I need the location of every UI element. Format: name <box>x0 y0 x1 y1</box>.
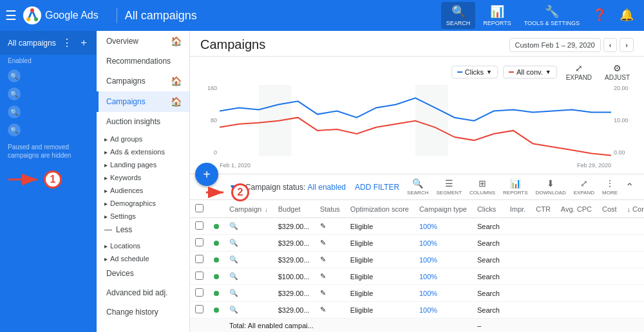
th-avg-cpc[interactable]: Avg. CPC <box>556 200 597 218</box>
help-nav-btn[interactable]: ❓ <box>587 5 612 26</box>
allconv-legend-btn[interactable]: All conv. ▼ <box>503 66 557 78</box>
nav-section-landing[interactable]: ▸ Landing pages <box>97 157 189 170</box>
filter-tool-segment[interactable]: ☰ SEGMENT <box>436 178 462 196</box>
nav-section-audiences[interactable]: ▸ Audiences <box>97 183 189 196</box>
edit-icon-5[interactable]: ✎ <box>320 289 326 297</box>
logo-text: Google Ads <box>45 10 99 21</box>
th-conv[interactable]: ↓ Conver. <box>622 200 644 218</box>
th-campaign-type[interactable]: Campaign type <box>414 200 472 218</box>
row-checkbox-2[interactable] <box>195 238 204 246</box>
sidebar-item-4[interactable]: 🔍 <box>0 121 97 139</box>
reports-nav-btn[interactable]: 📊 REPORTS <box>478 2 516 29</box>
nav-item-campaigns-active[interactable]: Campaigns 🏠 <box>97 91 189 112</box>
th-budget[interactable]: Budget <box>273 200 315 218</box>
total-row: Total: All enabled campai... – <box>190 318 644 333</box>
campaign-edit-icon-5[interactable]: 🔍 <box>229 289 238 297</box>
campaign-edit-icon-2[interactable]: 🔍 <box>229 239 238 246</box>
filter-tool-more[interactable]: ⋮ MORE <box>602 178 618 196</box>
row-checkbox-1[interactable] <box>195 221 204 230</box>
notifications-nav-icon: 🔔 <box>620 8 634 22</box>
sidebar-all-campaigns[interactable]: All campaigns ⋮ ＋ <box>0 31 97 55</box>
nav-section-locations[interactable]: ▸ Locations <box>97 238 189 251</box>
chart-controls: Clicks ▼ All conv. ▼ ⤢ EXPAND ⚙ ADJUST <box>200 62 634 82</box>
arrow-icon-demographics: ▸ <box>104 200 108 207</box>
sidebar-item-3[interactable]: 🔍 <box>0 103 97 121</box>
nav-item-overview[interactable]: Overview 🏠 <box>97 31 189 51</box>
tools-nav-btn[interactable]: 🔧 TOOLS & SETTINGS <box>519 2 585 29</box>
th-ctr[interactable]: CTR <box>531 200 556 218</box>
nav-section-demographics[interactable]: ▸ Demographics <box>97 196 189 208</box>
th-campaign[interactable]: Campaign ↓ <box>224 200 273 218</box>
adjust-chart-btn[interactable]: ⚙ ADJUST <box>601 62 634 82</box>
nav-section-settings[interactable]: ▸ Settings <box>97 208 189 221</box>
th-opt-score[interactable]: Optimization score <box>345 200 414 218</box>
nav-section-ad-groups[interactable]: ▸ Ad groups <box>97 131 189 144</box>
th-clicks[interactable]: Clicks <box>472 200 505 218</box>
chart-x-axis: Feb 1, 2020 Feb 29, 2020 <box>220 162 611 169</box>
sidebar-add-icon[interactable]: ＋ <box>79 36 89 50</box>
filter-tool-columns[interactable]: ⊞ COLUMNS <box>469 178 495 196</box>
logo: Google Ads <box>22 5 99 26</box>
filter-text: Campaign status: All enabled <box>245 183 347 192</box>
nav-item-campaigns-parent[interactable]: Campaigns 🏠 <box>97 71 189 91</box>
date-prev-btn[interactable]: ‹ <box>603 38 618 52</box>
row-checkbox-5[interactable] <box>195 288 204 297</box>
collapse-btn[interactable]: ⌃ <box>625 181 634 193</box>
expand-chart-icon: ⤢ <box>575 63 583 73</box>
select-all-checkbox[interactable] <box>195 204 204 212</box>
notifications-nav-btn[interactable]: 🔔 <box>614 5 639 26</box>
date-range-btn[interactable]: Custom Feb 1 – 29, 2020 <box>509 38 601 52</box>
filter-tool-download[interactable]: ⬇ DOWNLOAD <box>536 178 566 196</box>
filter-value[interactable]: All enabled <box>308 183 346 192</box>
edit-icon-4[interactable]: ✎ <box>320 272 326 280</box>
expand-chart-btn[interactable]: ⤢ EXPAND <box>562 62 596 82</box>
main-layout: All campaigns ⋮ ＋ Enabled 🔍 🔍 🔍 🔍 Paused… <box>0 31 644 332</box>
filter-tool-search[interactable]: 🔍 SEARCH <box>407 178 428 196</box>
campaign-edit-icon-3[interactable]: 🔍 <box>229 255 238 263</box>
nav-section-adschedule[interactable]: ▸ Ad schedule <box>97 251 189 264</box>
th-impr[interactable]: Impr. <box>505 200 531 218</box>
th-cost[interactable]: Cost <box>597 200 622 218</box>
top-nav: ☰ Google Ads All campaigns 🔍 SEARCH 📊 RE… <box>0 0 644 31</box>
arrow-icon-adschedule: ▸ <box>104 255 108 263</box>
search-nav-btn[interactable]: 🔍 SEARCH <box>441 2 476 29</box>
sidebar-item-1[interactable]: 🔍 <box>0 67 97 85</box>
edit-icon-1[interactable]: ✎ <box>320 222 326 230</box>
campaign-edit-icon-4[interactable]: 🔍 <box>229 272 238 280</box>
edit-icon-3[interactable]: ✎ <box>320 255 326 263</box>
filter-tool-reports[interactable]: 📊 REPORTS <box>503 178 528 196</box>
date-next-btn[interactable]: › <box>620 38 634 52</box>
more-tool-icon: ⋮ <box>605 178 614 189</box>
nav-item-auction[interactable]: Auction insights <box>97 112 189 131</box>
sidebar-item-2[interactable]: 🔍 <box>0 85 97 103</box>
sidebar-search-items: 🔍 🔍 🔍 🔍 <box>0 67 97 139</box>
nav-item-recommendations[interactable]: Recommendations <box>97 51 189 71</box>
add-filter-btn[interactable]: ADD FILTER <box>355 183 399 192</box>
edit-icon-2[interactable]: ✎ <box>320 239 326 246</box>
clicks-dropdown-icon: ▼ <box>486 69 492 75</box>
paused-hidden-text: Paused and removed campaigns are hidden <box>0 139 97 163</box>
nav-section-ads[interactable]: ▸ Ads & extensions <box>97 144 189 157</box>
clicks-legend-btn[interactable]: Clicks ▼ <box>451 66 498 78</box>
sidebar-more-icon[interactable]: ⋮ <box>62 37 72 49</box>
chart-area: Clicks ▼ All conv. ▼ ⤢ EXPAND ⚙ ADJUST <box>190 57 644 174</box>
nav-less-btn[interactable]: — Less <box>97 221 189 238</box>
table-row: 🔍 $329.00... ✎ Eligible 100% Search <box>190 302 644 318</box>
edit-icon-6[interactable]: ✎ <box>320 306 326 313</box>
status-dot-green-6 <box>214 308 219 313</box>
campaign-edit-icon-6[interactable]: 🔍 <box>229 306 238 313</box>
row-checkbox-3[interactable] <box>195 255 204 263</box>
nav-section-keywords[interactable]: ▸ Keywords <box>97 170 189 183</box>
th-checkbox <box>190 200 209 218</box>
th-status[interactable]: Status <box>315 200 345 218</box>
campaign-edit-icon-1[interactable]: 🔍 <box>229 222 238 230</box>
nav-item-advanced-bid[interactable]: Advanced bid adj. <box>97 283 189 302</box>
nav-item-change-history[interactable]: Change history <box>97 302 189 322</box>
nav-item-devices[interactable]: Devices <box>97 264 189 283</box>
row-checkbox-6[interactable] <box>195 305 204 313</box>
filter-tool-expand[interactable]: ⤢ EXPAND <box>574 178 594 196</box>
fab-button[interactable]: + <box>195 163 218 186</box>
hamburger-icon[interactable]: ☰ <box>5 8 17 23</box>
sidebar-search-icon-1: 🔍 <box>8 69 21 82</box>
row-checkbox-4[interactable] <box>195 272 204 280</box>
